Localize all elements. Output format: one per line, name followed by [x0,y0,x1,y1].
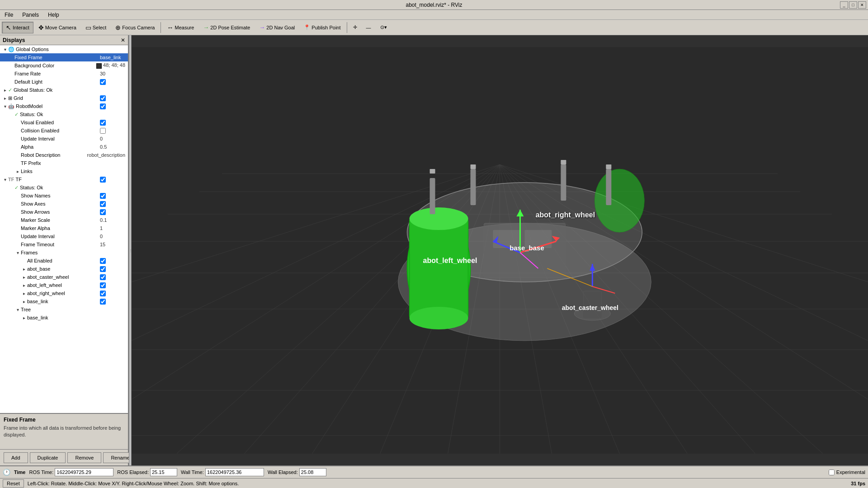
tree-row-show-arrows[interactable]: Show Arrows [0,208,128,216]
checkbox-visual-enabled[interactable] [100,120,106,126]
experimental-checkbox[interactable] [829,469,835,475]
checkbox-cell-show-names[interactable] [100,193,127,199]
tree-row-marker-scale[interactable]: Marker Scale0.1 [0,216,128,224]
menu-help[interactable]: Help [45,11,62,19]
expand-btn-abot-left-wheel[interactable]: ▸ [21,282,27,288]
pose-estimate-button[interactable]: → 2D Pose Estimate [199,22,254,33]
tree-row-show-names[interactable]: Show Names [0,192,128,200]
menu-file[interactable]: File [2,11,16,19]
focus-camera-button[interactable]: ⊕ Focus Camera [111,22,159,33]
tree-row-update-interval[interactable]: Update Interval0 [0,135,128,143]
checkbox-cell-grid[interactable] [100,95,127,101]
reset-button[interactable]: Reset [3,479,24,488]
tree-row-marker-alpha[interactable]: Marker Alpha1 [0,224,128,232]
add-button[interactable]: Add [4,452,28,463]
wall-time-input[interactable] [205,468,264,476]
viewport-3d[interactable]: abot_right_wheel abot_left_wheel base_ba… [132,35,868,465]
tree-view[interactable]: ▾🌐Global Options Fixed Framebase_link Ba… [0,45,128,413]
expand-btn-global-options[interactable]: ▾ [2,46,8,52]
checkbox-cell-collision-enabled[interactable] [100,128,127,134]
tree-row-global-status[interactable]: ▸✓Global Status: Ok [0,86,128,94]
checkbox-cell-base-link[interactable] [100,299,127,305]
checkbox-tf[interactable] [100,177,106,183]
menu-panels[interactable]: Panels [19,11,42,19]
tree-row-tf-status[interactable]: ✓Status: Ok [0,183,128,192]
interact-button[interactable]: ↖ Interact [2,22,33,33]
expand-btn-abot-caster-wheel[interactable]: ▸ [21,274,27,280]
duplicate-button[interactable]: Duplicate [30,452,66,463]
nav-goal-button[interactable]: → 2D Nav Goal [255,22,299,33]
extra-btn-1[interactable]: ✛ [349,22,361,33]
checkbox-cell-show-axes[interactable] [100,201,127,207]
tree-row-tree-base-link[interactable]: ▸base_link [0,314,128,322]
displays-close-icon[interactable]: ✕ [121,37,125,43]
tree-row-robot-description[interactable]: Robot Descriptionrobot_description [0,151,128,159]
extra-btn-3[interactable]: ⊙▾ [376,22,391,33]
tree-row-frame-timeout[interactable]: Frame Timeout15 [0,240,128,249]
checkbox-cell-abot-caster-wheel[interactable] [100,274,127,280]
checkbox-base-link[interactable] [100,299,106,305]
checkbox-cell-robot-model[interactable] [100,103,127,109]
move-camera-button[interactable]: ✥ Move Camera [34,22,80,33]
checkbox-default-light[interactable] [100,79,106,85]
checkbox-cell-default-light[interactable] [100,79,127,85]
expand-btn-frames[interactable]: ▾ [14,249,21,256]
checkbox-cell-abot-left-wheel[interactable] [100,282,127,288]
wall-elapsed-input[interactable] [299,468,326,476]
tree-row-visual-enabled[interactable]: Visual Enabled [0,118,128,127]
expand-btn-global-status[interactable]: ▸ [2,87,8,93]
checkbox-show-axes[interactable] [100,201,106,207]
remove-button[interactable]: Remove [67,452,101,463]
expand-btn-tree-section[interactable]: ▾ [14,306,21,313]
publish-point-button[interactable]: 📍 Publish Point [300,22,344,33]
measure-button[interactable]: ↔ Measure [163,22,198,33]
tree-row-alpha[interactable]: Alpha0.5 [0,143,128,151]
checkbox-show-names[interactable] [100,193,106,199]
checkbox-cell-all-enabled[interactable] [100,258,127,264]
checkbox-abot-right-wheel[interactable] [100,291,106,296]
expand-btn-tree-base-link[interactable]: ▸ [21,314,27,321]
checkbox-abot-base[interactable] [100,266,106,272]
tree-row-frame-rate[interactable]: Frame Rate30 [0,70,128,78]
checkbox-abot-caster-wheel[interactable] [100,274,106,280]
tree-row-base-link[interactable]: ▸base_link [0,297,128,305]
expand-btn-links[interactable]: ▸ [14,168,21,174]
minimize-button[interactable]: _ [840,1,848,9]
tree-row-tf[interactable]: ▾TFTF [0,175,128,183]
ros-time-input[interactable] [55,468,113,476]
tree-row-tree-section[interactable]: ▾Tree [0,305,128,314]
checkbox-grid[interactable] [100,95,106,101]
checkbox-all-enabled[interactable] [100,258,106,264]
checkbox-cell-show-arrows[interactable] [100,209,127,215]
checkbox-cell-tf[interactable] [100,177,127,183]
extra-btn-2[interactable]: — [362,22,375,33]
checkbox-cell-visual-enabled[interactable] [100,120,127,126]
checkbox-collision-enabled[interactable] [100,128,106,134]
window-controls[interactable]: _ □ ✕ [840,1,866,9]
tree-row-abot-base[interactable]: ▸abot_base [0,265,128,273]
checkbox-show-arrows[interactable] [100,209,106,215]
expand-btn-robot-model[interactable]: ▾ [2,103,8,109]
expand-btn-grid[interactable]: ▸ [2,95,8,101]
tree-row-abot-right-wheel[interactable]: ▸abot_right_wheel [0,289,128,297]
expand-btn-abot-base[interactable]: ▸ [21,266,27,272]
checkbox-robot-model[interactable] [100,103,106,109]
tree-row-grid[interactable]: ▸⊞Grid [0,94,128,102]
tree-row-abot-caster-wheel[interactable]: ▸abot_caster_wheel [0,273,128,281]
select-button[interactable]: ▭ Select [81,22,111,33]
tree-row-collision-enabled[interactable]: Collision Enabled [0,127,128,135]
tree-row-show-axes[interactable]: Show Axes [0,200,128,208]
tree-row-links[interactable]: ▸Links [0,167,128,175]
tree-row-robot-status[interactable]: ✓Status: Ok [0,110,128,118]
maximize-button[interactable]: □ [849,1,857,9]
tree-row-robot-model[interactable]: ▾🤖RobotModel [0,102,128,110]
expand-btn-tf[interactable]: ▾ [2,176,8,183]
expand-btn-base-link[interactable]: ▸ [21,298,27,305]
close-button[interactable]: ✕ [858,1,866,9]
tree-row-background-color[interactable]: Background Color 48; 48; 48 [0,61,128,70]
tree-row-default-light[interactable]: Default Light [0,78,128,86]
tree-row-global-options[interactable]: ▾🌐Global Options [0,45,128,53]
tree-row-frames[interactable]: ▾Frames [0,249,128,257]
tree-row-fixed-frame[interactable]: Fixed Framebase_link [0,53,128,61]
ros-elapsed-input[interactable] [150,468,177,476]
